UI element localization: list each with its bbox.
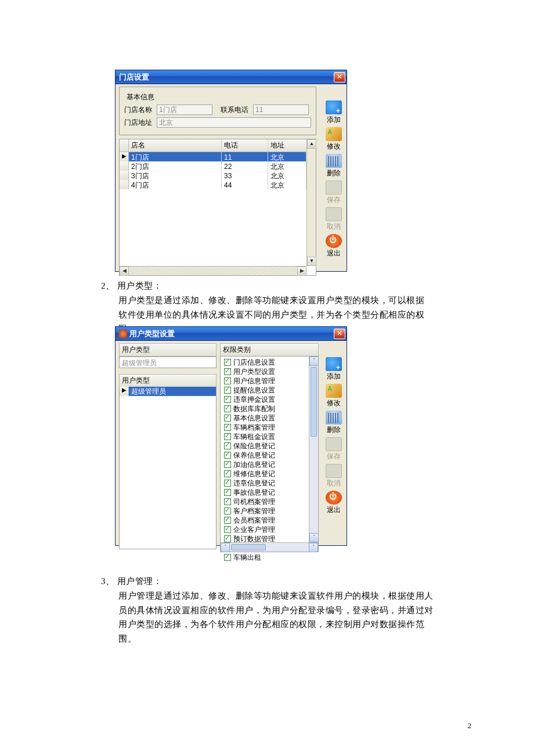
permissions-header: 权限类别: [220, 343, 319, 356]
store-name-input[interactable]: [157, 105, 212, 115]
scroll-left-button[interactable]: ◀: [120, 267, 129, 276]
permission-item[interactable]: 保险信息登记: [224, 441, 308, 451]
grid-horizontal-scrollbar[interactable]: ◀ ▶: [120, 266, 306, 275]
permission-item[interactable]: 保养信息登记: [224, 451, 308, 460]
permission-item[interactable]: 客户档案管理: [224, 506, 308, 516]
dialog2-close-button[interactable]: ✕: [334, 329, 345, 339]
table-row[interactable]: ▶1门店11北京: [120, 152, 306, 161]
perm-scroll-down[interactable]: ˅: [309, 533, 319, 542]
dialog1-titlebar[interactable]: 门店设置 ✕: [116, 70, 347, 84]
exit-icon: [326, 491, 342, 505]
dialog2-titlebar[interactable]: 用户类型设置 ✕: [116, 327, 347, 341]
permission-item[interactable]: 用户信息管理: [224, 376, 308, 386]
permissions-list[interactable]: 门店信息设置用户类型设置用户信息管理提醒信息设置违章押金设置数据库库配制基本信息…: [220, 356, 319, 552]
checkbox-icon[interactable]: [224, 415, 231, 422]
permission-item[interactable]: 数据库库配制: [224, 404, 308, 413]
permission-item[interactable]: 车辆出租: [224, 553, 308, 562]
exit-button[interactable]: 退出: [324, 234, 344, 258]
checkbox-icon[interactable]: [224, 442, 231, 449]
checkbox-icon[interactable]: [224, 359, 231, 366]
checkbox-icon[interactable]: [224, 535, 231, 542]
section3-paragraph: 用户管理是通过添加、修改、删除等功能键来设置软件用户的模块，根据使用人员的具体情…: [101, 589, 438, 646]
cancel-button: 取消: [324, 207, 344, 232]
checkbox-icon[interactable]: [224, 368, 231, 375]
dialog2-sidebar: 添加 修改 删除 保存 取消 退出: [323, 357, 344, 515]
permission-item[interactable]: 提醒信息设置: [224, 386, 308, 395]
add-button[interactable]: 添加: [324, 357, 344, 381]
perm-scroll-left[interactable]: ˂: [221, 543, 230, 552]
permission-item[interactable]: 违章信息登记: [224, 478, 308, 488]
list-item[interactable]: ▶超级管理员: [120, 387, 216, 396]
user-type-settings-dialog: 用户类型设置 ✕ 用户类型 超级管理员 用户类型 ▶超级管理员 权限类别 门店信…: [115, 326, 347, 546]
checkbox-icon[interactable]: [224, 470, 231, 477]
grid-vertical-scrollbar[interactable]: ▲ ▼: [306, 139, 316, 266]
checkbox-icon[interactable]: [224, 452, 231, 459]
dialog1-title: 门店设置: [119, 72, 334, 82]
dialog1-close-button[interactable]: ✕: [334, 72, 345, 82]
checkbox-icon[interactable]: [224, 396, 231, 403]
section3-heading: 3、 用户管理：: [101, 574, 438, 589]
permission-item[interactable]: 企业客户管理: [224, 525, 308, 534]
col-store-name[interactable]: 店名: [129, 139, 222, 152]
perm-horizontal-scrollbar[interactable]: ˂ ˃: [221, 542, 318, 552]
checkbox-icon[interactable]: [224, 405, 231, 412]
checkbox-icon[interactable]: [224, 498, 231, 505]
permission-item[interactable]: 事故信息登记: [224, 488, 308, 497]
section2-heading: 2、 用户类型：: [101, 279, 432, 293]
perm-scroll-right[interactable]: ˃: [309, 543, 318, 552]
permission-item[interactable]: 维修信息登记: [224, 469, 308, 478]
checkbox-icon[interactable]: [224, 461, 231, 468]
table-row[interactable]: 4门店44北京: [120, 180, 306, 189]
permission-item[interactable]: 违章押金设置: [224, 395, 308, 404]
permission-item[interactable]: 加油信息登记: [224, 460, 308, 469]
basic-info-group-title: 基本信息: [124, 92, 157, 102]
checkbox-icon[interactable]: [224, 489, 231, 496]
dialog2-title: 用户类型设置: [129, 329, 334, 339]
edit-button[interactable]: 修改: [324, 384, 344, 408]
edit-icon: [326, 384, 342, 398]
save-button: 保存: [324, 437, 344, 462]
left-header: 用户类型: [119, 343, 217, 357]
table-row[interactable]: 3门店33北京: [120, 171, 306, 180]
add-button[interactable]: 添加: [324, 100, 344, 125]
scroll-up-button[interactable]: ▲: [307, 139, 316, 149]
delete-button[interactable]: 删除: [324, 154, 344, 178]
cancel-button: 取消: [324, 464, 344, 488]
permission-item[interactable]: 门店信息设置: [224, 358, 308, 367]
user-type-list[interactable]: ▶超级管理员: [119, 387, 217, 549]
perm-scroll-thumb-v[interactable]: [311, 367, 317, 437]
perm-vertical-scrollbar[interactable]: ˄ ˅: [309, 357, 318, 542]
checkbox-icon[interactable]: [224, 480, 231, 487]
store-grid[interactable]: 店名 电话 地址 ▶1门店11北京2门店22北京3门店33北京4门店44北京 ▲…: [119, 139, 316, 276]
dialog1-sidebar: 添加 修改 删除 保存 取消 退出: [323, 100, 344, 258]
store-phone-input[interactable]: [253, 105, 309, 115]
store-settings-dialog: 门店设置 ✕ 基本信息 门店名称 联系电话 门店地址: [115, 70, 347, 272]
scroll-right-button[interactable]: ▶: [297, 267, 306, 276]
checkbox-icon[interactable]: [224, 433, 231, 440]
col-store-phone[interactable]: 电话: [222, 139, 268, 152]
edit-button[interactable]: 修改: [324, 127, 344, 152]
checkbox-icon[interactable]: [224, 507, 231, 514]
table-row[interactable]: 2门店22北京: [120, 161, 306, 171]
permission-item[interactable]: 车辆租金设置: [224, 432, 308, 441]
left-list-header: 用户类型: [119, 374, 217, 387]
store-address-input[interactable]: [157, 117, 311, 128]
perm-scroll-thumb-h[interactable]: [231, 544, 266, 550]
checkbox-icon[interactable]: [224, 517, 231, 524]
scroll-down-button[interactable]: ▼: [307, 257, 316, 266]
exit-button[interactable]: 退出: [324, 491, 344, 515]
checkbox-icon[interactable]: [224, 377, 231, 384]
checkbox-icon[interactable]: [224, 554, 231, 561]
delete-button[interactable]: 删除: [324, 411, 344, 435]
permission-item[interactable]: 司机档案管理: [224, 497, 308, 506]
permission-item[interactable]: 车辆档案管理: [224, 423, 308, 432]
checkbox-icon[interactable]: [224, 424, 231, 431]
checkbox-icon[interactable]: [224, 526, 231, 533]
permission-item[interactable]: 用户类型设置: [224, 367, 308, 376]
perm-scroll-up[interactable]: ˄: [309, 357, 319, 366]
store-address-label: 门店地址: [124, 118, 157, 128]
checkbox-icon[interactable]: [224, 387, 231, 394]
permission-item[interactable]: 会员档案管理: [224, 516, 308, 525]
user-type-field[interactable]: 超级管理员: [119, 357, 217, 368]
permission-item[interactable]: 基本信息设置: [224, 413, 308, 423]
